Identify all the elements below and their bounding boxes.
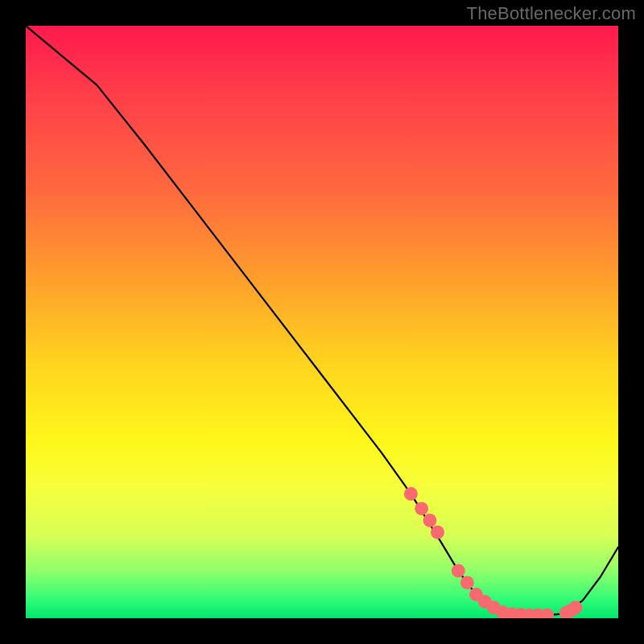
plot-area (26, 26, 618, 618)
curve-layer (26, 26, 618, 618)
highlight-dot (460, 576, 474, 589)
attribution-text: TheBottlenecker.com (467, 3, 636, 24)
highlight-points (404, 487, 583, 618)
highlight-dot (404, 487, 418, 501)
chart-root: TheBottlenecker.com (0, 0, 644, 644)
highlight-dot (423, 514, 436, 527)
highlight-dot (415, 502, 428, 515)
bottleneck-curve (26, 26, 618, 615)
highlight-dot (569, 601, 583, 614)
highlight-dot (452, 564, 465, 578)
highlight-dot (431, 526, 444, 539)
